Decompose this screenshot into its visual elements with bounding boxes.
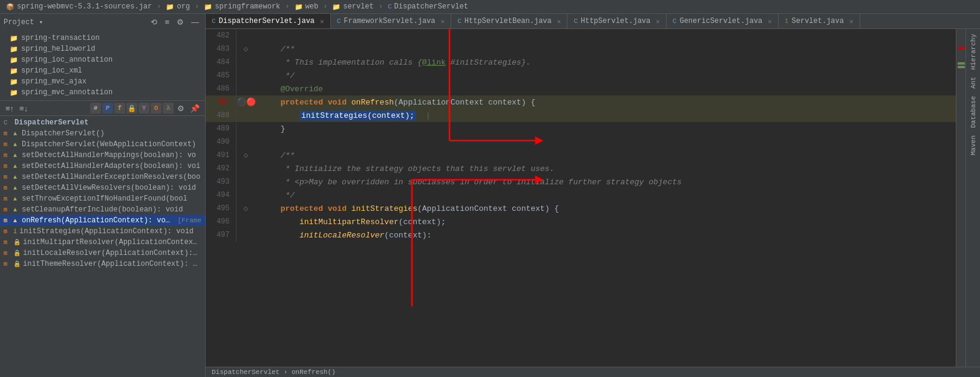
tab-servlet[interactable]: I Servlet.java ✕ bbox=[779, 14, 860, 28]
filter-icon-f[interactable]: f bbox=[114, 103, 125, 114]
filter-icon-lambda[interactable]: λ bbox=[163, 103, 174, 114]
struct-pin-btn[interactable]: 📌 bbox=[188, 103, 201, 114]
sidebar-expand-btn[interactable]: ≡ bbox=[162, 16, 172, 28]
filter-icon-number[interactable]: # bbox=[90, 103, 101, 114]
right-tab-hierarchy[interactable]: Hierarchy bbox=[969, 31, 978, 72]
struct-lock-9: ▲ bbox=[13, 218, 19, 224]
project-item-spring-transaction[interactable]: 📁 spring-transaction bbox=[0, 33, 205, 44]
struct-method-onrefresh[interactable]: m ▲ onRefresh(ApplicationContext): void … bbox=[0, 215, 205, 226]
struct-m-badge-9: m bbox=[4, 218, 11, 224]
filter-icon-p[interactable]: P bbox=[102, 103, 113, 114]
struct-m-badge-12: m bbox=[4, 250, 11, 257]
gutter-mark-1[interactable] bbox=[958, 62, 965, 65]
breadcrumb-jar[interactable]: 📦 spring-webmvc-5.3.1-sources.jar bbox=[6, 2, 152, 11]
struct-method-init-theme[interactable]: m 🔒 initThemeResolver(ApplicationContext… bbox=[0, 259, 205, 269]
breadcrumb-servlet[interactable]: 📁 servlet bbox=[332, 2, 373, 11]
struct-lock-7: ▲ bbox=[13, 196, 19, 202]
struct-m-badge-13: m bbox=[4, 261, 11, 268]
tab-close-3[interactable]: ✕ bbox=[557, 18, 561, 25]
struct-item-label-5: setDetectAllHandlerExceptionResolvers(bo… bbox=[22, 173, 200, 181]
struct-lock-3: ▲ bbox=[13, 152, 19, 159]
code-table: 482 483 ◇ /** bbox=[206, 29, 956, 242]
line-row-492: 492 * Initialize the strategy objects th… bbox=[206, 162, 956, 175]
filter-icon-O[interactable]: O bbox=[151, 103, 162, 114]
line-row-488: 488 initStrategies(context); | bbox=[206, 109, 956, 122]
struct-method-detect-handler-mappings[interactable]: m ▲ setDetectAllHandlerMappings(boolean)… bbox=[0, 150, 205, 161]
struct-method-init-multipart[interactable]: m 🔒 initMultipartResolver(ApplicationCon… bbox=[0, 237, 205, 248]
tab-close-2[interactable]: ✕ bbox=[441, 18, 445, 25]
struct-method-detect-exception-resolvers[interactable]: m ▲ setDetectAllHandlerExceptionResolver… bbox=[0, 172, 205, 182]
sidebar-sync-btn[interactable]: ⟲ bbox=[148, 16, 160, 28]
tab-close-4[interactable]: ✕ bbox=[656, 18, 660, 25]
proj-folder-icon-1: 📁 bbox=[10, 34, 18, 42]
line-row-496: 496 initMultipartResolver(context); bbox=[206, 215, 956, 228]
sort-alpha-btn[interactable]: ≡↑ bbox=[4, 103, 16, 114]
filter-icon-lock[interactable]: 🔒 bbox=[126, 103, 137, 114]
right-tab-database[interactable]: Database bbox=[969, 94, 978, 130]
struct-constructor-webappctx[interactable]: m ▲ DispatcherServlet(WebApplicationCont… bbox=[0, 139, 205, 150]
line-row-495: 495 ◇ protected void initStrategies(Appl… bbox=[206, 202, 956, 215]
project-item-spring-ioc-xml[interactable]: 📁 spring_ioc_xml bbox=[0, 65, 205, 76]
struct-method-cleanup-after-include[interactable]: m ▲ setCleanupAfterInclude(boolean): voi… bbox=[0, 204, 205, 215]
sidebar-close-btn[interactable]: — bbox=[189, 16, 201, 28]
filter-icon-Y[interactable]: Y bbox=[139, 103, 149, 114]
gutter-mark-2[interactable] bbox=[958, 66, 965, 68]
tab-generic-servlet[interactable]: C GenericServlet.java ✕ bbox=[667, 14, 779, 28]
struct-lock-8: ▲ bbox=[13, 207, 19, 213]
tab-close-6[interactable]: ✕ bbox=[849, 18, 854, 25]
class-icon: C bbox=[388, 3, 392, 10]
proj-folder-icon-2: 📁 bbox=[10, 45, 18, 53]
line-row-487: 487 ⚫🔴 protected void onRefresh(Applicat… bbox=[206, 95, 956, 109]
struct-item-label-2: DispatcherServlet(WebApplicationContext) bbox=[22, 140, 196, 149]
struct-settings-btn[interactable]: ⚙ bbox=[175, 103, 186, 114]
structure-toolbar: ≡↑ ≡↓ # P f 🔒 Y O λ ⚙ 📌 bbox=[0, 101, 205, 116]
proj-folder-icon-4: 📁 bbox=[10, 67, 18, 75]
struct-icon-10: i bbox=[13, 228, 17, 235]
tab-http-servlet-bean[interactable]: C HttpServletBean.java ✕ bbox=[451, 14, 567, 28]
struct-class-name: DispatcherServlet bbox=[15, 118, 88, 127]
tab-close-5[interactable]: ✕ bbox=[768, 18, 772, 25]
struct-m-badge-3: m bbox=[4, 152, 11, 159]
sidebar-project-label: Project bbox=[4, 18, 34, 27]
struct-method-init-strategies[interactable]: m i initStrategies(ApplicationContext): … bbox=[0, 226, 205, 237]
struct-lock-5: ▲ bbox=[13, 174, 19, 181]
sidebar-dropdown-icon[interactable]: ▾ bbox=[39, 18, 43, 26]
breadcrumb-class[interactable]: C DispatcherServlet bbox=[388, 2, 468, 11]
line-row-482: 482 bbox=[206, 29, 956, 42]
sidebar-settings-btn[interactable]: ⚙ bbox=[174, 16, 186, 28]
sort-order-btn[interactable]: ≡↓ bbox=[18, 103, 30, 114]
right-tab-ant[interactable]: Ant bbox=[969, 74, 978, 91]
breadcrumb-org[interactable]: 📁 org bbox=[166, 2, 190, 11]
tab-http-servlet[interactable]: C HttpServlet.java ✕ bbox=[567, 14, 666, 28]
project-item-spring-ioc-annotation[interactable]: 📁 spring_ioc_annotation bbox=[0, 54, 205, 65]
editor-panel: C DispatcherServlet.java ✕ C FrameworkSe… bbox=[206, 14, 980, 377]
struct-m-badge-8: m bbox=[4, 207, 11, 213]
tab-icon-3: C bbox=[457, 18, 462, 25]
breadcrumb-web[interactable]: 📁 web bbox=[295, 2, 319, 11]
project-item-spring-mvc-annotation[interactable]: 📁 spring_mvc_annotation bbox=[0, 87, 205, 98]
struct-method-init-locale[interactable]: m 🔒 initLocaleResolver(ApplicationContex… bbox=[0, 248, 205, 259]
project-item-spring-mvc-ajax[interactable]: 📁 spring_mvc_ajax bbox=[0, 76, 205, 87]
struct-lock-6: ▲ bbox=[13, 185, 19, 192]
code-editor-container: 482 483 ◇ /** bbox=[206, 29, 956, 367]
struct-method-throw-exception[interactable]: m ▲ setThrowExceptionIfNoHandlerFound(bo… bbox=[0, 193, 205, 204]
project-item-spring-helloworld[interactable]: 📁 spring_helloworld bbox=[0, 44, 205, 54]
struct-method-detect-handler-adapters[interactable]: m ▲ setDetectAllHandlerAdapters(boolean)… bbox=[0, 161, 205, 172]
breadcrumb-springframework[interactable]: 📁 springframework bbox=[204, 2, 280, 11]
struct-item-label-7: setThrowExceptionIfNoHandlerFound(bool bbox=[22, 195, 188, 203]
tab-icon-1: C bbox=[212, 18, 216, 25]
tab-label-4: HttpServlet.java bbox=[581, 17, 650, 25]
struct-constructor-default[interactable]: m ▲ DispatcherServlet() bbox=[0, 128, 205, 139]
code-editor[interactable]: 482 483 ◇ /** bbox=[206, 29, 956, 242]
right-tab-maven[interactable]: Maven bbox=[969, 133, 978, 158]
struct-class-dispatcher[interactable]: C DispatcherServlet bbox=[0, 117, 205, 128]
struct-m-badge-10: m bbox=[4, 228, 11, 235]
tab-label-3: HttpServletBean.java bbox=[465, 17, 552, 25]
tab-close-1[interactable]: ✕ bbox=[320, 18, 324, 25]
struct-method-detect-view-resolvers[interactable]: m ▲ setDetectAllViewResolvers(boolean): … bbox=[0, 182, 205, 193]
tab-dispatcher-servlet[interactable]: C DispatcherServlet.java ✕ bbox=[206, 14, 331, 28]
tab-framework-servlet[interactable]: C FrameworkServlet.java ✕ bbox=[331, 14, 451, 28]
tab-icon-4: C bbox=[573, 18, 578, 25]
struct-item-label-8: setCleanupAfterInclude(boolean): void bbox=[22, 205, 183, 214]
gutter-mark-error-1[interactable] bbox=[958, 47, 965, 50]
